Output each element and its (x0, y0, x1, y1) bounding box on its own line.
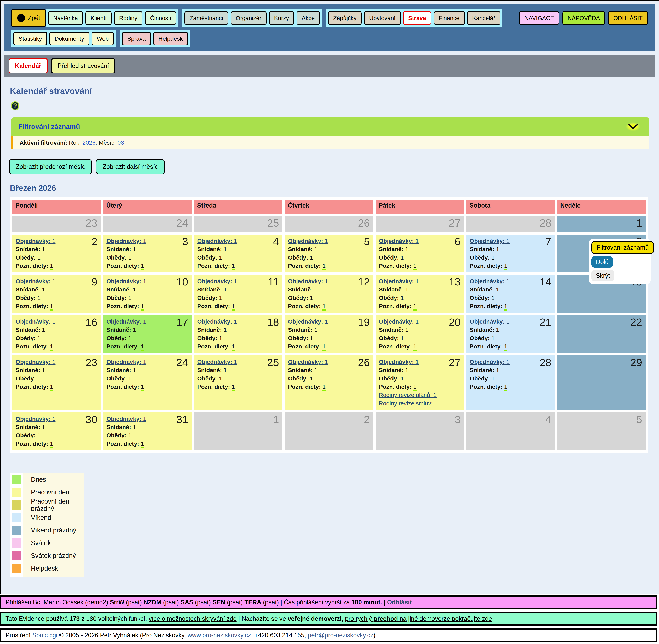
nav-button-rodiny[interactable]: Rodiny (114, 11, 142, 25)
nav-button-dokumenty[interactable]: Dokumenty (49, 32, 89, 45)
diet-notes-link[interactable]: 1 (322, 262, 326, 270)
orders-link[interactable]: Objednávky: 1 (197, 278, 237, 284)
diet-notes-link[interactable]: 1 (141, 343, 144, 351)
next-month-button[interactable]: Zobrazit další měsíc (96, 159, 165, 175)
orders-link[interactable]: Objednávky: 1 (16, 415, 55, 422)
diet-notes-link[interactable]: 1 (504, 303, 507, 311)
nav-button-klienti[interactable]: Klienti (86, 11, 112, 25)
month-value-link[interactable]: 03 (117, 139, 124, 146)
nav-button-odhlasit[interactable]: ODHLÁSIT (608, 11, 648, 25)
nav-button-organizer[interactable]: Organizér (231, 11, 267, 25)
orders-link[interactable]: Objednávky: 1 (197, 318, 237, 325)
nav-button-napoveda[interactable]: NÁPOVĚDA (562, 11, 605, 25)
nav-button-zamestnanci[interactable]: Zaměstnanci (184, 11, 228, 25)
diet-notes-link[interactable]: 1 (50, 262, 53, 270)
orders-link[interactable]: Objednávky: 1 (16, 359, 55, 365)
year-value-link[interactable]: 2026 (83, 139, 96, 146)
orders-link[interactable]: Objednávky: 1 (379, 318, 419, 325)
diet-notes-link[interactable]: 1 (413, 303, 416, 311)
nav-button-ubytovani[interactable]: Ubytování (364, 11, 401, 25)
diet-notes-link[interactable]: 1 (232, 384, 235, 391)
diet-notes-link[interactable]: 1 (232, 343, 235, 351)
orders-link[interactable]: Objednávky: 1 (16, 318, 55, 325)
orders-link[interactable]: Objednávky: 1 (197, 237, 237, 244)
nav-button-navigace[interactable]: NAVIGACE (519, 11, 559, 25)
orders-link[interactable]: Objednávky: 1 (288, 237, 328, 244)
popup-down-button[interactable]: Dolů (591, 256, 613, 268)
orders-link[interactable]: Objednávky: 1 (16, 278, 55, 284)
diet-notes-link[interactable]: 1 (413, 262, 416, 270)
nav-button-strava[interactable]: Strava (403, 11, 431, 25)
email-link[interactable]: petr@pro-neziskovky.cz (308, 631, 373, 639)
orders-link[interactable]: Objednávky: 1 (379, 359, 419, 365)
collapse-filter-button[interactable] (623, 121, 642, 132)
orders-link[interactable]: Objednávky: 1 (107, 415, 146, 422)
nav-button-nastenka[interactable]: Nástěnka (48, 11, 83, 25)
diet-notes-link[interactable]: 1 (322, 303, 326, 311)
orders-link[interactable]: Objednávky: 1 (470, 237, 509, 244)
orders-link[interactable]: Objednávky: 1 (197, 359, 237, 365)
diet-notes-link[interactable]: 1 (322, 384, 326, 391)
diet-notes-link[interactable]: 1 (504, 262, 507, 270)
rodiny-revize-smluv-link[interactable]: Rodiny revize smluv: 1 (379, 400, 438, 407)
orders-link[interactable]: Objednávky: 1 (288, 359, 328, 365)
nav-button-zapujcky[interactable]: Zápůjčky (328, 11, 362, 25)
back-button[interactable]: ← Zpět (11, 9, 46, 27)
diet-notes-link[interactable]: 1 (413, 384, 416, 391)
diet-notes-link[interactable]: 1 (50, 343, 53, 351)
rodiny-revize-planu-link[interactable]: Rodiny revize plánů: 1 (379, 392, 437, 398)
orders-link[interactable]: Objednávky: 1 (470, 318, 509, 325)
popup-filter-button[interactable]: Filtrování záznamů (591, 241, 654, 254)
nav-button-finance[interactable]: Finance (434, 11, 465, 25)
logout-link[interactable]: Odhlásit (387, 599, 412, 606)
day-number: 6 (455, 236, 460, 247)
orders-link[interactable]: Objednávky: 1 (16, 237, 55, 244)
website-link[interactable]: www.pro-neziskovky.cz (187, 631, 251, 639)
nav-button-helpdesk[interactable]: Helpdesk (153, 32, 188, 45)
diet-notes-link[interactable]: 1 (141, 440, 144, 448)
diet-notes-link[interactable]: 1 (504, 384, 507, 391)
diet-notes-link[interactable]: 1 (50, 440, 53, 448)
nav-button-web[interactable]: Web (92, 32, 114, 45)
nav-button-sprava[interactable]: Správa (122, 32, 151, 45)
diet-notes-link[interactable]: 1 (141, 384, 144, 391)
demo-switch-link-bold[interactable]: přechod (373, 615, 398, 622)
diet-notes-link[interactable]: 1 (50, 384, 53, 391)
tab-prehled-stravovani[interactable]: Přehled stravování (51, 58, 115, 73)
demo-switch-link[interactable]: pro rychlý (345, 615, 373, 622)
nav-button-statistiky[interactable]: Statistiky (14, 32, 47, 45)
nav-button-cinnosti[interactable]: Činnosti (145, 11, 176, 25)
orders-link[interactable]: Objednávky: 1 (107, 359, 146, 365)
orders-link[interactable]: Objednávky: 1 (107, 237, 146, 244)
sonic-link[interactable]: Sonic.cgi (32, 631, 57, 639)
orders-link[interactable]: Objednávky: 1 (288, 278, 328, 284)
legend-color-swatch (12, 526, 21, 535)
hiding-options-link[interactable]: více o možnostech skrývání zde (149, 615, 237, 622)
diet-notes-link[interactable]: 1 (232, 262, 235, 270)
tab-kalendar[interactable]: Kalendář (8, 58, 48, 73)
previous-month-button[interactable]: Zobrazit předchozí měsíc (9, 159, 92, 175)
orders-link[interactable]: Objednávky: 1 (379, 278, 419, 284)
help-icon[interactable]: ? (11, 101, 19, 111)
diet-notes-link[interactable]: 1 (141, 262, 144, 270)
diet-notes-link[interactable]: 1 (504, 343, 507, 351)
legend-label: Svátek (23, 537, 84, 550)
orders-link[interactable]: Objednávky: 1 (288, 318, 328, 325)
footer-text: veřejné demoverzi (288, 615, 342, 622)
diet-notes-link[interactable]: 1 (50, 303, 53, 311)
orders-link[interactable]: Objednávky: 1 (470, 359, 509, 365)
orders-link[interactable]: Objednávky: 1 (107, 278, 146, 284)
nav-button-akce[interactable]: Akce (297, 11, 320, 25)
popup-hide-button[interactable]: Skrýt (591, 270, 614, 281)
nav-button-kancelar[interactable]: Kancelář (467, 11, 500, 25)
diet-notes-link[interactable]: 1 (141, 303, 144, 311)
diet-notes-link[interactable]: 1 (413, 343, 416, 351)
orders-link[interactable]: Objednávky: 1 (107, 318, 146, 325)
orders-link[interactable]: Objednávky: 1 (470, 278, 509, 284)
filter-panel-header[interactable]: Filtrování záznamů (11, 117, 650, 136)
diet-notes-link[interactable]: 1 (322, 343, 326, 351)
orders-link[interactable]: Objednávky: 1 (379, 237, 419, 244)
diet-notes-link[interactable]: 1 (232, 303, 235, 311)
demo-switch-link-tail[interactable]: na jiné demoverze pokračujte zde (398, 615, 492, 622)
nav-button-kurzy[interactable]: Kurzy (269, 11, 294, 25)
